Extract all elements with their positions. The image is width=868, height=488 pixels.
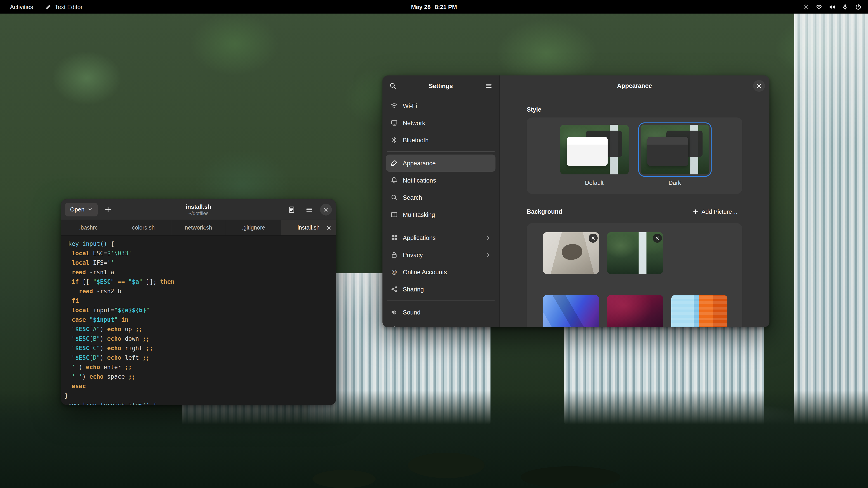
settings-window: Settings Wi-FiNetworkBluetoothAppearance… [382,75,770,327]
wallpaper-thumb-blue-geometric[interactable] [543,295,599,327]
sidebar-item-label: Online Accounts [403,269,447,275]
code-line: } [65,391,336,400]
editor-tab-colors-sh[interactable]: colors.sh [116,220,171,235]
panel-header-bar: Appearance [500,75,770,96]
open-button-label: Open [70,206,85,213]
settings-search-button[interactable] [386,79,400,93]
settings-menu-button[interactable] [482,79,495,93]
rock-art [521,466,620,488]
system-status-area[interactable] [802,3,862,10]
editor-tab-network-sh[interactable]: network.sh [171,220,226,235]
code-line: "$ESC[C") echo right ;; [65,344,336,353]
wallpaper-image [671,295,727,327]
sidebar-item-notifications[interactable]: Notifications [386,172,495,189]
plus-icon [104,206,112,213]
sidebar-item-bluetooth[interactable]: Bluetooth [386,131,495,149]
power-icon [855,3,862,10]
settings-sidebar-list: Wi-FiNetworkBluetoothAppearanceNotificat… [382,96,499,327]
online-accounts-icon: @ [391,268,398,275]
sidebar-item-label: Network [403,120,425,126]
code-line: case "$input" in [65,315,336,324]
tab-close-button[interactable] [326,224,333,231]
focused-app-menu[interactable]: Text Editor [45,3,83,10]
style-section-label: Style [527,106,742,113]
add-picture-button[interactable]: Add Picture… [688,205,742,218]
user-wallpapers-row [543,232,726,274]
sidebar-item-online-accounts[interactable]: @Online Accounts [386,263,495,281]
clock-time: 8:21 PM [435,3,457,10]
sidebar-item-label: Multitasking [403,211,435,218]
preset-wallpapers-row [543,295,726,327]
tab-label: .bashrc [79,225,98,231]
sidebar-item-label: Applications [403,234,436,241]
sidebar-item-label: Sound [403,309,421,316]
editor-tab-gitignore[interactable]: .gitignore [226,220,281,235]
main-menu-button[interactable] [303,203,316,216]
sidebar-header-bar: Settings [382,75,499,96]
close-icon [323,207,329,212]
chevron-right-icon [485,235,491,240]
hamburger-menu-icon [306,206,313,213]
appearance-icon [391,160,398,167]
sidebar-item-applications[interactable]: Applications [386,229,495,246]
sidebar-item-multitasking[interactable]: Multitasking [386,206,495,223]
editor-tab-install-sh[interactable]: install.sh [281,220,336,235]
wallpaper-image [607,295,663,327]
add-picture-label: Add Picture… [702,208,738,215]
sidebar-item-sharing[interactable]: Sharing [386,281,495,298]
sidebar-item-label: Bluetooth [403,137,429,143]
style-preview-dark [640,125,709,174]
sidebar-item-label: Sharing [403,286,424,293]
preview-front-window [567,137,608,166]
editor-tab-bar: .bashrccolors.shnetwork.sh.gitignoreinst… [61,220,336,236]
search-icon [389,82,397,90]
document-panel-button[interactable] [285,203,298,216]
code-line: _new_line_foreach_item() { [65,400,336,405]
sidebar-item-label: Wi-Fi [403,102,417,109]
code-line: local input="${a}${b}" [65,305,336,315]
settings-title: Settings [401,83,480,89]
remove-wallpaper-button[interactable] [653,234,662,242]
sidebar-item-search[interactable]: Search [386,189,495,206]
sidebar-item-appearance[interactable]: Appearance [386,155,495,172]
sidebar-item-power[interactable]: Power [386,321,495,327]
background-section-header: Background Add Picture… [527,205,742,218]
wallpaper-thumb-blue-orange-split[interactable] [671,295,727,327]
multitasking-icon [391,211,398,218]
style-option-label: Default [585,180,603,186]
volume-icon [829,3,835,10]
clock[interactable]: May 28 8:21 PM [411,0,457,13]
sidebar-item-network[interactable]: Network [386,114,495,131]
tab-label: network.sh [185,225,212,231]
editor-close-button[interactable] [320,203,332,215]
editor-tab-bashrc[interactable]: .bashrc [61,220,116,235]
sidebar-item-label: Appearance [403,160,436,166]
style-card: DefaultDark [527,118,742,194]
activities-button[interactable]: Activities [6,0,37,13]
sidebar-item-privacy[interactable]: Privacy [386,246,495,263]
document-title: install.sh [186,203,211,210]
wallpaper-thumb-forest-waterfall[interactable] [607,232,663,274]
applications-icon [391,234,398,241]
panel-content: Style DefaultDark Background Add Picture… [500,96,770,327]
editor-header-actions [285,203,332,216]
remove-wallpaper-button[interactable] [589,234,598,242]
open-button[interactable]: Open [65,203,98,216]
wallpaper-thumb-dark-red[interactable] [607,295,663,327]
code-area[interactable]: _key_input() { local ESC=$'\033' local I… [61,236,336,405]
new-tab-button[interactable] [101,203,115,216]
close-icon [655,236,659,240]
wallpaper-image [543,295,599,327]
background-card [527,223,742,327]
style-preview-default [560,125,629,174]
style-option-default[interactable]: Default [560,125,629,194]
sidebar-item-sound[interactable]: Sound [386,304,495,321]
close-icon [591,236,595,240]
sound-icon [391,308,398,316]
sidebar-item-label: Search [403,194,422,201]
code-line: "$ESC[B") echo down ;; [65,334,336,344]
sidebar-item-wi-fi[interactable]: Wi-Fi [386,97,495,114]
wallpaper-thumb-gray-abstract[interactable] [543,232,599,274]
settings-close-button[interactable] [753,80,765,92]
style-option-dark[interactable]: Dark [640,125,709,194]
